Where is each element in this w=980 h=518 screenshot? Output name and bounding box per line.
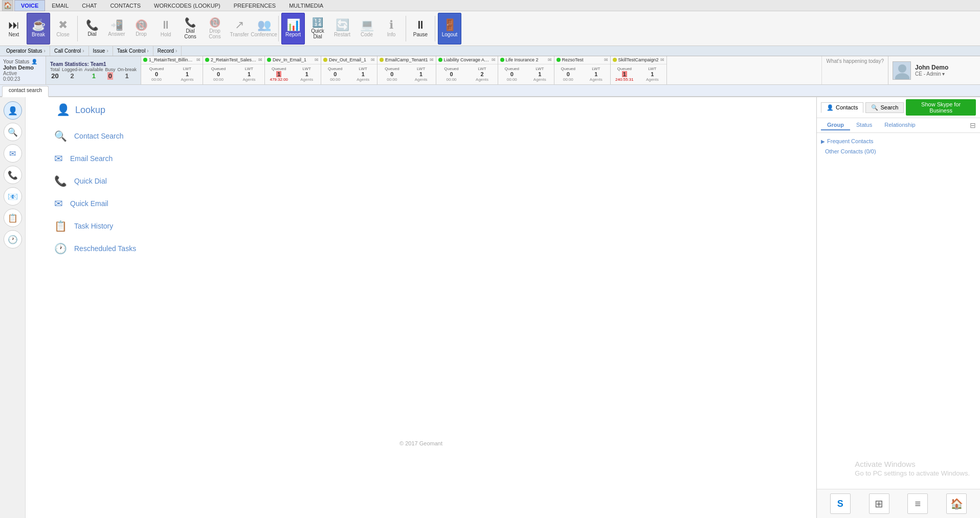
pause-button[interactable]: ⏸ Pause: [409, 13, 432, 44]
report-button[interactable]: 📊 Report: [281, 13, 305, 44]
code-label: Code: [361, 32, 373, 37]
dial-button[interactable]: 📞 Dial: [80, 13, 104, 44]
queue-group-2: Dev_In_Email_1 ✉ Queued 1 479:32:00 LWT …: [265, 56, 321, 84]
info-button[interactable]: ℹ Info: [380, 13, 403, 44]
logout-label: Logout: [442, 32, 458, 37]
dial-cons-button[interactable]: 📞 Dial Cons: [179, 13, 202, 44]
rp-subtab-status[interactable]: Status: [850, 120, 878, 130]
drop-cons-label: Drop Cons: [205, 28, 225, 39]
frequent-contacts-chevron: ▶: [821, 139, 825, 144]
sidebar-lookup-icon[interactable]: 👤: [4, 101, 22, 120]
menu-item-email-search[interactable]: ✉ Email Search: [46, 147, 796, 170]
sidebar-search-icon[interactable]: 🔍: [4, 123, 22, 141]
answer-label: Answer: [108, 31, 125, 37]
task-control-arrow[interactable]: ›: [147, 48, 148, 54]
sidebar-quick-dial-icon[interactable]: 📞: [4, 166, 22, 184]
frequent-contacts-header[interactable]: ▶ Frequent Contacts: [821, 136, 976, 146]
hold-icon: ⏸: [160, 19, 171, 31]
lwt-label-7: LWT: [592, 66, 600, 71]
sidebar-task-history-icon[interactable]: 📋: [4, 209, 22, 227]
task-history-icon: 📋: [54, 220, 67, 232]
drop-button[interactable]: 📵 Drop: [129, 13, 153, 44]
logout-button[interactable]: 🚪 Logout: [438, 13, 461, 44]
your-status-icon[interactable]: 👤: [31, 59, 37, 64]
main-layout: 👤 🔍 ✉ 📞 📧 📋 🕐 👤 Lookup 🔍 Contact Search …: [0, 97, 980, 518]
lwt-label-1: LWT: [245, 66, 253, 71]
answer-button[interactable]: 📲 Answer: [105, 13, 128, 44]
queues-container: 1_RetainTest_Billing_3618801934 ✉ Queued…: [141, 56, 821, 84]
home-button[interactable]: 🏠: [2, 0, 13, 11]
lwt-val-1: 00:00: [213, 77, 224, 82]
agents-sub-1: Agents: [243, 77, 256, 82]
hold-label: Hold: [161, 32, 171, 37]
queue-group-0: 1_RetainTest_Billing_3618801934 ✉ Queued…: [141, 56, 203, 84]
rp-subtab-relationship[interactable]: Relationship: [878, 120, 922, 130]
rp-list-icon[interactable]: ≡: [907, 493, 928, 514]
queued-label-7: Queued: [561, 66, 575, 71]
nav-tab-preferences[interactable]: PREFERENCES: [227, 0, 283, 11]
queue-envelope-6: ✉: [548, 57, 552, 62]
menu-item-task-history[interactable]: 📋 Task History: [46, 215, 796, 237]
queue-stats-4: Queued 0 00:00 LWT 1 Agents: [377, 64, 436, 84]
sidebar-email-search-icon[interactable]: ✉: [4, 144, 22, 163]
contact-search-label: Contact Search: [74, 132, 124, 140]
hold-button[interactable]: ⏸ Hold: [154, 13, 177, 44]
nav-tab-email[interactable]: EMAIL: [45, 0, 75, 11]
menu-item-quick-dial[interactable]: 📞 Quick Dial: [46, 170, 796, 192]
whats-happening: What's happening today?: [821, 56, 888, 84]
agents-val-5: 2: [480, 71, 483, 77]
menu-item-contact-search[interactable]: 🔍 Contact Search: [46, 125, 796, 147]
logout-icon: 🚪: [443, 19, 457, 31]
lwt-val-7: 00:00: [563, 77, 573, 82]
restart-button[interactable]: 🔄 Restart: [330, 13, 354, 44]
call-control-arrow[interactable]: ›: [82, 48, 84, 54]
rp-config-icon[interactable]: ⊟: [970, 121, 976, 129]
user-role[interactable]: CE - Admin ▾: [915, 71, 948, 77]
close-button[interactable]: ✖ Close: [51, 13, 75, 44]
close-icon: ✖: [58, 19, 68, 31]
separator-2: [278, 16, 279, 41]
nav-tab-voice[interactable]: VOICE: [14, 0, 45, 11]
rp-home-icon[interactable]: 🏠: [946, 493, 967, 514]
menu-item-rescheduled-tasks[interactable]: 🕐 Rescheduled Tasks: [46, 237, 796, 260]
record-arrow[interactable]: ›: [175, 48, 177, 54]
rp-subtab-group[interactable]: Group: [821, 120, 850, 130]
nav-tab-workcodes[interactable]: WORKCODES (LOOKUP): [147, 0, 227, 11]
frequent-contacts-label: Frequent Contacts: [827, 138, 874, 144]
break-label: Break: [32, 32, 45, 37]
break-button[interactable]: ☕ Break: [27, 13, 50, 44]
transfer-button[interactable]: ↗ Transfer: [228, 13, 251, 44]
operator-status-arrow[interactable]: ›: [44, 48, 46, 54]
quick-dial-menu-label: Quick Dial: [74, 177, 107, 185]
agents-val-3: 1: [362, 71, 365, 77]
next-button[interactable]: ⏭ Next: [2, 13, 26, 44]
queued-label-6: Queued: [505, 66, 519, 71]
user-panel: John Demo CE - Admin ▾: [888, 56, 980, 84]
conference-button[interactable]: 👥 Conference: [252, 13, 276, 44]
quick-dial-button[interactable]: 🔢 Quick Dial: [306, 13, 329, 44]
rp-tab-search[interactable]: 🔍 Search: [865, 102, 904, 113]
contact-search-icon: 🔍: [54, 130, 67, 142]
queue-queued-col-3: Queued 0 00:00: [321, 64, 349, 84]
queue-stats-5: Queued 0 00:00 LWT 2 Agents: [436, 64, 498, 84]
contact-search-tab[interactable]: contact search: [2, 86, 49, 97]
nav-tab-contacts[interactable]: CONTACTS: [103, 0, 147, 11]
issue-arrow[interactable]: ›: [106, 48, 108, 54]
queued-val-6: 0: [510, 71, 514, 77]
queue-header-1: 2_RetainTest_Sales_3618801932 ✉: [203, 56, 264, 64]
drop-cons-button[interactable]: 📵 Drop Cons: [203, 13, 227, 44]
task-control-section: Task Control ›: [113, 46, 153, 56]
sidebar-rescheduled-icon[interactable]: 🕐: [4, 230, 22, 249]
dial-cons-label: Dial Cons: [180, 28, 201, 39]
rp-grid-icon[interactable]: ⊞: [869, 493, 889, 514]
code-button[interactable]: 💻 Code: [355, 13, 378, 44]
sidebar-quick-email-icon[interactable]: 📧: [4, 187, 22, 206]
rp-tab-contacts[interactable]: 👤 Contacts: [821, 102, 863, 113]
nav-tab-chat[interactable]: CHAT: [75, 0, 103, 11]
queue-group-5: Liability Coverage ABC ✉ Queued 0 00:00 …: [436, 56, 498, 84]
rp-skype-icon[interactable]: S: [830, 493, 851, 514]
queue-name-8: SkillTestCampaign2: [618, 57, 659, 62]
nav-tab-multimedia[interactable]: MULTIMEDIA: [282, 0, 330, 11]
menu-item-quick-email[interactable]: ✉ Quick Email: [46, 192, 796, 215]
show-skype-button[interactable]: Show Skype for Business: [906, 99, 976, 116]
